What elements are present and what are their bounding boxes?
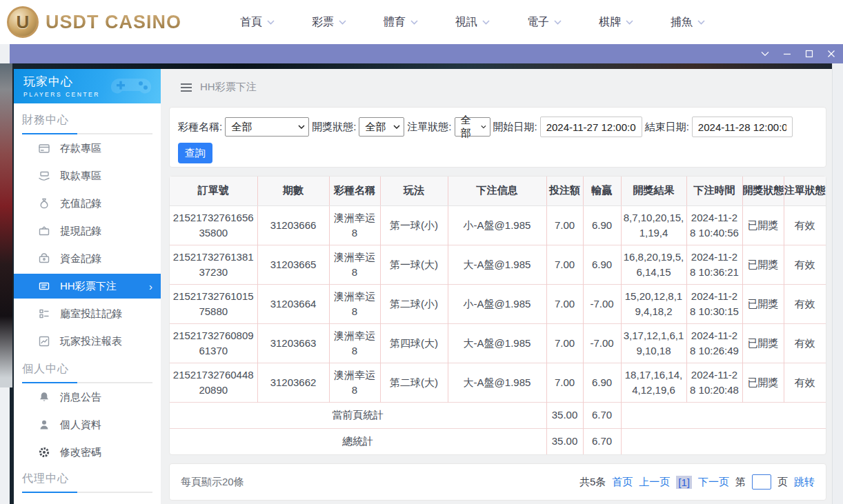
sidebar-item-label: 提現記錄	[60, 225, 101, 238]
page-size-text: 每頁顯示20條	[181, 476, 244, 489]
table-cell: 16,8,20,19,5,6,14,15	[621, 245, 686, 284]
start-date-input[interactable]	[540, 117, 642, 137]
current-page-indicator: [1]	[676, 476, 692, 489]
report-chart-icon	[37, 335, 50, 348]
chevron-down-icon	[339, 20, 346, 25]
jump-page-input[interactable]	[752, 474, 771, 490]
purse-icon	[37, 252, 50, 265]
order-status-select[interactable]: 全部	[455, 117, 490, 137]
page-title: HH彩票下注	[200, 81, 257, 94]
table-cell: 第一球(小)	[380, 205, 448, 245]
sidebar-item-funds-record[interactable]: 資金記錄	[14, 245, 161, 272]
scrollbar[interactable]	[832, 63, 843, 504]
bet-list-icon	[37, 308, 50, 321]
table-cell: 已開獎	[742, 323, 784, 363]
sidebar-item-label: 廳室投註記錄	[60, 308, 122, 321]
nav-item-lottery[interactable]: 彩票	[293, 15, 365, 30]
nav-item-cards[interactable]: 棋牌	[580, 15, 652, 30]
summary-bet-total: 35.00	[546, 428, 583, 454]
nav-item-slots[interactable]: 電子	[508, 15, 580, 30]
cash-out-icon	[37, 225, 50, 238]
table-cell: 31203665	[257, 245, 329, 284]
col-lottery-name: 彩種名稱	[329, 177, 380, 205]
jump-button[interactable]: 跳转	[794, 476, 815, 489]
nav-item-sports[interactable]: 體育	[365, 15, 437, 30]
sidebar-item-recharge-record[interactable]: 充值記錄	[14, 190, 161, 217]
sidebar-item-change-password[interactable]: 修改密碼	[14, 439, 161, 466]
table-cell: 第二球(小)	[380, 284, 448, 323]
sidebar-item-withdrawal-record[interactable]: 提現記錄	[14, 217, 161, 245]
table-cell: 已開獎	[742, 284, 784, 323]
col-bet-amount: 投注額	[546, 177, 583, 205]
lottery-name-select[interactable]: 全部	[225, 117, 309, 137]
table-cell: 3,17,12,1,6,19,10,18	[621, 323, 686, 363]
sidebar-item-deposit[interactable]: 存款專區	[14, 134, 161, 162]
nav-item-video[interactable]: 視訊	[437, 15, 508, 30]
table-cell: 第一球(大)	[380, 245, 448, 284]
filter-panel: 彩種名稱: 全部 開獎狀態: 全部 注單狀態: 全部 開始日期: 結束日期:	[169, 107, 826, 168]
window-chevron-down-icon[interactable]	[755, 44, 775, 63]
table-cell: 有效	[784, 323, 826, 363]
table-cell: 31203666	[257, 205, 329, 245]
next-page-link[interactable]: 下一页	[698, 476, 729, 489]
section-underline	[22, 133, 152, 134]
pagination-bar: 每頁顯示20條 共5条 首页 上一页 [1] 下一页 第 页 跳转	[169, 463, 826, 501]
sidebar-item-withdraw[interactable]: 取款專區	[14, 162, 161, 190]
table-cell: 6.90	[583, 363, 621, 402]
menu-toggle-icon[interactable]	[181, 83, 192, 92]
prev-page-link[interactable]: 上一页	[639, 476, 670, 489]
total-count-text: 共5条	[579, 476, 606, 489]
table-cell: 澳洲幸运8	[329, 205, 380, 245]
table-cell: 有效	[784, 284, 826, 323]
table-cell: 18,17,16,14,4,12,19,6	[621, 363, 686, 402]
chevron-right-icon: ›	[149, 281, 152, 292]
summary-bet-total: 35.00	[546, 402, 583, 428]
logo-text: USDT CASINO	[46, 12, 181, 33]
table-cell: 2152173276138137230	[170, 245, 257, 284]
table-cell: 2152173276044820890	[170, 363, 257, 402]
col-bet-info: 下注信息	[448, 177, 546, 205]
end-date-input[interactable]	[692, 117, 793, 137]
chevron-down-icon	[482, 20, 490, 25]
section-label-personal: 個人中心	[22, 362, 161, 376]
window-close-icon[interactable]	[821, 44, 842, 63]
summary-empty	[621, 428, 826, 454]
sidebar-item-announcements[interactable]: 消息公告	[14, 383, 161, 411]
sidebar-item-label: 消息公告	[60, 391, 101, 404]
sidebar-item-label: HH彩票下注	[60, 280, 117, 293]
col-win-loss: 輸贏	[583, 177, 621, 205]
table-row: 215217327608096137031203663澳洲幸运8第四球(大)大-…	[170, 323, 826, 363]
nav-item-fishing[interactable]: 捕魚	[652, 15, 724, 30]
first-page-link[interactable]: 首页	[612, 476, 633, 489]
col-order-status: 注單狀態	[784, 177, 826, 205]
order-status-label: 注單狀態:	[407, 121, 451, 134]
table-cell: -7.00	[583, 323, 621, 363]
window-minimize-icon[interactable]	[777, 44, 797, 63]
sidebar-item-profile[interactable]: 個人資料	[14, 411, 161, 439]
table-row: 215217327616563580031203666澳洲幸运8第一球(小)小-…	[170, 205, 826, 245]
gear-icon	[37, 446, 50, 459]
sidebar-item-label: 個人資料	[60, 419, 101, 432]
draw-status-select[interactable]: 全部	[359, 117, 404, 137]
sidebar-item-player-bet-report[interactable]: 玩家投注報表	[14, 327, 161, 355]
end-date-label: 結束日期:	[645, 121, 689, 134]
bet-table: 訂單號 期數 彩種名稱 玩法 下注信息 投注額 輸贏 開獎結果 下注時間 開獎狀…	[170, 177, 826, 454]
col-draw-result: 開獎結果	[621, 177, 686, 205]
table-cell: 31203663	[257, 323, 329, 363]
jump-prefix: 第	[735, 476, 746, 489]
table-cell: 2024-11-28 10:30:15	[686, 284, 742, 323]
breadcrumb: HH彩票下注	[181, 81, 257, 94]
table-cell: 已開獎	[742, 245, 784, 284]
col-play-type: 玩法	[380, 177, 448, 205]
sidebar-item-hh-lottery-bets[interactable]: HH彩票下注 ›	[14, 274, 161, 299]
table-cell: 澳洲幸运8	[329, 284, 380, 323]
nav-item-home[interactable]: 首頁	[221, 15, 293, 30]
window-maximize-icon[interactable]	[799, 44, 820, 63]
sidebar-item-hall-bet-record[interactable]: 廳室投註記錄	[14, 300, 161, 327]
logo[interactable]: U USDT CASINO	[7, 6, 181, 38]
table-cell: 小-A盤@1.985	[448, 205, 546, 245]
query-button[interactable]: 查詢	[178, 143, 212, 163]
summary-empty	[621, 402, 826, 428]
bank-card-icon	[37, 142, 50, 155]
bet-table-body: 215217327616563580031203666澳洲幸运8第一球(小)小-…	[170, 205, 826, 402]
